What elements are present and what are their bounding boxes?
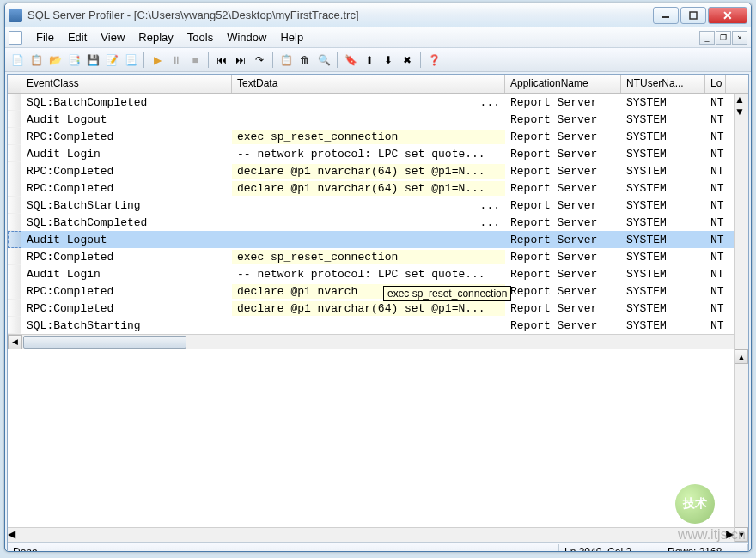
- table-row[interactable]: RPC:Completeddeclare @p1 nvarchReport Se…: [8, 282, 748, 300]
- row-header[interactable]: [8, 179, 21, 197]
- row-header[interactable]: [8, 265, 21, 282]
- cell[interactable]: declare @p1 nvarchar(64) set @p1=N...: [232, 181, 505, 196]
- cell[interactable]: ...: [232, 198, 505, 213]
- pause-icon[interactable]: ⏸: [168, 52, 185, 69]
- cell[interactable]: SYSTEM: [621, 267, 705, 282]
- maximize-button[interactable]: [680, 7, 706, 24]
- cell[interactable]: -- network protocol: LPC set quote...: [232, 267, 505, 282]
- row-header[interactable]: [8, 94, 21, 111]
- cell[interactable]: [232, 324, 505, 326]
- cell[interactable]: SYSTEM: [621, 112, 705, 127]
- cell[interactable]: ...: [232, 215, 505, 230]
- cell[interactable]: SYSTEM: [621, 215, 705, 230]
- grid-body[interactable]: SQL:BatchCompleted...Report ServerSYSTEM…: [8, 94, 748, 334]
- cell[interactable]: Report Server: [505, 215, 621, 230]
- table-row[interactable]: Audit LogoutReport ServerSYSTEMNT: [8, 231, 748, 248]
- cell[interactable]: ...: [232, 95, 505, 110]
- cell[interactable]: SQL:BatchStarting: [21, 318, 232, 333]
- cell[interactable]: Audit Logout: [21, 112, 232, 127]
- cell[interactable]: NT: [705, 95, 726, 110]
- cell[interactable]: Audit Login: [21, 267, 232, 282]
- row-header-corner[interactable]: [8, 75, 21, 93]
- cell[interactable]: NT: [705, 147, 726, 161]
- table-row[interactable]: SQL:BatchStartingReport ServerSYSTEMNT: [8, 317, 748, 334]
- next-bookmark-icon[interactable]: ⬇: [380, 52, 397, 69]
- table-row[interactable]: Audit Login-- network protocol: LPC set …: [8, 265, 748, 282]
- row-header[interactable]: [8, 317, 21, 334]
- cell[interactable]: SYSTEM: [621, 198, 705, 213]
- table-row[interactable]: RPC:Completedexec sp_reset_connectionRep…: [8, 248, 748, 265]
- menu-replay[interactable]: Replay: [131, 29, 180, 45]
- cell[interactable]: NT: [705, 301, 726, 316]
- grid-vertical-scrollbar[interactable]: ▲ ▼: [734, 94, 748, 349]
- row-header[interactable]: [8, 145, 21, 162]
- column-applicationname[interactable]: ApplicationName: [505, 75, 621, 93]
- detail-pane[interactable]: ▲ ▼ ◀ ▶: [8, 349, 748, 542]
- row-header[interactable]: [8, 214, 21, 231]
- menu-view[interactable]: View: [94, 29, 131, 45]
- detail-horizontal-scrollbar[interactable]: ◀ ▶: [8, 527, 734, 542]
- menu-window[interactable]: Window: [220, 29, 273, 45]
- cell[interactable]: RPC:Completed: [21, 130, 232, 144]
- cell[interactable]: NT: [705, 164, 726, 179]
- scroll-left-icon[interactable]: ◀: [8, 335, 22, 349]
- menu-tools[interactable]: Tools: [180, 29, 220, 45]
- cell[interactable]: Report Server: [505, 130, 621, 144]
- mdi-close-button[interactable]: ×: [732, 31, 747, 45]
- scroll-left-icon[interactable]: ◀: [8, 528, 15, 542]
- scroll-up-icon[interactable]: ▲: [735, 349, 748, 364]
- column-eventclass[interactable]: EventClass: [21, 75, 232, 93]
- row-header[interactable]: [8, 128, 21, 145]
- titlebar[interactable]: SQL Server Profiler - [C:\Users\ywang52\…: [5, 3, 751, 27]
- cell[interactable]: Report Server: [505, 95, 621, 110]
- cell[interactable]: SQL:BatchCompleted: [21, 95, 232, 110]
- cell[interactable]: Audit Logout: [21, 233, 232, 247]
- table-row[interactable]: RPC:Completeddeclare @p1 nvarchar(64) se…: [8, 162, 748, 179]
- cell[interactable]: Audit Login: [21, 147, 232, 161]
- menu-file[interactable]: File: [29, 29, 61, 45]
- menu-help[interactable]: Help: [273, 29, 310, 45]
- cell[interactable]: SYSTEM: [621, 147, 705, 161]
- column-textdata[interactable]: TextData: [232, 75, 505, 93]
- cell[interactable]: Report Server: [505, 112, 621, 127]
- column-ntusername[interactable]: NTUserNa...: [621, 75, 705, 93]
- cell[interactable]: SQL:BatchCompleted: [21, 215, 232, 230]
- cell[interactable]: NT: [705, 130, 726, 144]
- cell[interactable]: SYSTEM: [621, 318, 705, 333]
- cell[interactable]: RPC:Completed: [21, 181, 232, 196]
- cell[interactable]: Report Server: [505, 198, 621, 213]
- close-button[interactable]: ✕: [708, 7, 747, 24]
- new-trace-icon[interactable]: 📄: [9, 52, 26, 69]
- cell[interactable]: NT: [705, 233, 726, 247]
- new-template-icon[interactable]: 📋: [27, 52, 45, 69]
- run-icon[interactable]: ▶: [149, 52, 166, 69]
- column-loginname[interactable]: Lo: [705, 75, 726, 93]
- row-header[interactable]: [8, 300, 21, 317]
- cell[interactable]: Report Server: [505, 267, 621, 282]
- cell[interactable]: NT: [705, 198, 726, 213]
- cell[interactable]: Report Server: [505, 301, 621, 316]
- cell[interactable]: NT: [705, 215, 726, 230]
- cell[interactable]: Report Server: [505, 181, 621, 196]
- cell[interactable]: Report Server: [505, 147, 621, 161]
- table-row[interactable]: Audit Login-- network protocol: LPC set …: [8, 145, 748, 162]
- clear-bookmark-icon[interactable]: ✖: [399, 52, 416, 69]
- step-over-icon[interactable]: ↷: [251, 52, 268, 69]
- mdi-minimize-button[interactable]: _: [699, 31, 715, 45]
- cell[interactable]: exec sp_reset_connection: [232, 130, 505, 144]
- table-row[interactable]: Audit LogoutReport ServerSYSTEMNT: [8, 111, 748, 128]
- cell[interactable]: declare @p1 nvarchar(64) set @p1=N...: [232, 301, 505, 316]
- row-header[interactable]: [8, 111, 21, 128]
- cell[interactable]: RPC:Completed: [21, 301, 232, 316]
- cell[interactable]: [232, 118, 505, 120]
- copy-icon[interactable]: 📋: [277, 52, 295, 69]
- properties-icon[interactable]: 📝: [103, 52, 120, 69]
- row-header[interactable]: [8, 162, 21, 179]
- template-icon[interactable]: 📃: [122, 52, 139, 69]
- cell[interactable]: declare @p1 nvarchar(64) set @p1=N...: [232, 164, 505, 179]
- step-left-icon[interactable]: ⏮: [213, 52, 230, 69]
- cell[interactable]: exec sp_reset_connection: [232, 250, 505, 264]
- cell[interactable]: NT: [705, 318, 726, 333]
- table-row[interactable]: SQL:BatchCompleted...Report ServerSYSTEM…: [8, 214, 748, 231]
- open-table-icon[interactable]: 📑: [65, 52, 82, 69]
